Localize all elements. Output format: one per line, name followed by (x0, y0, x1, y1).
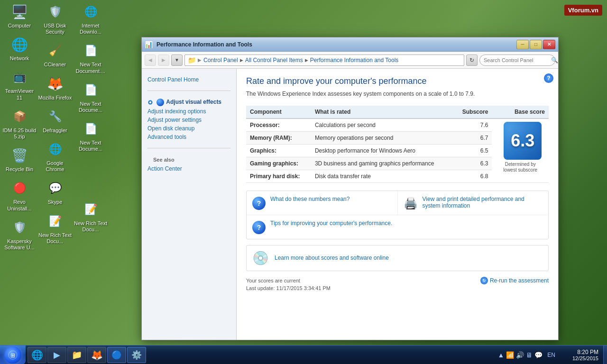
taskbar-control-panel[interactable]: ⚙️ (127, 347, 146, 363)
desktop-icon-mozilla[interactable]: 🦊 Mozilla Firefox (38, 74, 72, 101)
performance-table: Component What is rated Subscore Base sc… (246, 106, 549, 183)
component-gaming-graphics: Gaming graphics: (246, 157, 311, 170)
desktop-icon-new-text-2[interactable]: 📄 New Text Docume... (74, 81, 108, 113)
show-desktop-button[interactable] (603, 346, 607, 364)
tips-text: Tips for improving your computer's perfo… (270, 220, 543, 227)
rerun-assessment-link[interactable]: ↻ Re-run the assessment (480, 277, 549, 284)
sidebar-divider-2 (147, 148, 230, 148)
help-button[interactable]: ? (544, 73, 553, 83)
breadcrumb-performance[interactable]: Performance Information and Tools (310, 57, 399, 64)
tray-icons: ▲ 📶 🔊 🖥 💬 (497, 351, 543, 359)
cd-icon: 💿 (252, 250, 269, 266)
component-hard-disk: Primary hard disk: (246, 170, 311, 182)
desktop-icon-new-text-1[interactable]: 📄 New Text Document.... (74, 41, 108, 74)
sidebar-link-adjust-visual-effects[interactable]: Adjust visual effects (147, 98, 230, 107)
gaming-graphics-rating: 3D business and gaming graphics performa… (311, 157, 454, 170)
processor-rating: Calculations per second (311, 118, 454, 132)
desktop-icon-new-rich-1[interactable]: 📝 New Rich Text Docu... (74, 200, 108, 233)
desktop-icon-kaspersky[interactable]: 🛡️ Kaspersky Software U... (2, 218, 37, 251)
printer-icon: 🖨️ (404, 197, 418, 210)
taskbar-media-player[interactable]: ▶ (47, 347, 66, 363)
component-graphics: Graphics: (246, 144, 311, 157)
desktop-icon-network[interactable]: 🌐 Network (2, 35, 37, 62)
component-memory: Memory (RAM): (246, 131, 311, 144)
taskbar: ⊞ 🌐 ▶ 📁 🦊 🔵 ⚙️ ▲ 📶 🔊 🖥 💬 EN 8:20 PM 12/2… (0, 345, 607, 364)
desktop-icon-revo[interactable]: 🔴 Revo Uninstall... (2, 179, 37, 211)
view-print-link[interactable]: View and print detailed performance and … (423, 196, 543, 209)
sidebar-link-adjust-power[interactable]: Adjust power settings (147, 116, 230, 124)
clock-area[interactable]: 8:20 PM 12/25/2015 (563, 349, 598, 361)
search-box: 🔍 (479, 55, 555, 66)
taskbar-ie[interactable]: 🌐 (28, 347, 46, 363)
tray-volume-icon[interactable]: 🔊 (516, 351, 524, 359)
back-button[interactable]: ◀ (145, 55, 156, 66)
tips-link[interactable]: Tips for improving your computer's perfo… (270, 220, 543, 227)
sidebar-link-adjust-indexing[interactable]: Adjust indexing options (147, 107, 230, 116)
search-input[interactable] (484, 57, 549, 63)
taskbar-chrome[interactable]: 🔵 (107, 347, 126, 363)
desktop-icon-ccleaner[interactable]: 🧹 CCleaner (38, 41, 72, 68)
close-button[interactable]: ✕ (543, 40, 555, 49)
tray-display-icon[interactable]: 🖥 (526, 351, 533, 359)
status-text: Your scores are current Last update: 11/… (246, 277, 331, 292)
refresh-button[interactable]: ↻ (466, 55, 478, 66)
locale-indicator[interactable]: EN (545, 352, 557, 358)
dropdown-button[interactable]: ▼ (171, 55, 183, 66)
desktop-icon-recycle-bin[interactable]: 🗑️ Recycle Bin (2, 146, 37, 173)
tray-expand[interactable]: ▲ (497, 351, 504, 359)
question-icon-1: ? (252, 197, 266, 210)
taskbar-tray: ▲ 📶 🔊 🖥 💬 EN 8:20 PM 12/25/2015 (494, 346, 602, 364)
learn-more-link[interactable]: Learn more about scores and software onl… (275, 254, 389, 262)
main-content: ? Rate and improve your computer's perfo… (237, 69, 558, 340)
gaming-graphics-subscore: 6.3 (454, 157, 492, 170)
desktop-icon-internet-download[interactable]: 🌐 Internet Downlo... (74, 2, 108, 35)
taskbar-file-explorer[interactable]: 📁 (67, 347, 86, 363)
desktop-icon-teamviewer[interactable]: 📺 TeamViewer 11 (2, 68, 37, 100)
scores-current-text: Your scores are current (246, 277, 331, 285)
processor-subscore: 7.6 (454, 118, 492, 132)
taskbar-firefox[interactable]: 🦊 (87, 347, 106, 363)
search-icon[interactable]: 🔍 (551, 57, 558, 64)
memory-rating: Memory operations per second (311, 131, 454, 144)
start-button[interactable]: ⊞ (0, 346, 26, 364)
base-score-wrapper: 6.3 Determined bylowest subscore (496, 122, 545, 173)
col-base-score: Base score (492, 106, 549, 118)
last-update-text: Last update: 11/17/2015 3:34:41 PM (246, 284, 331, 292)
what-numbers-link[interactable]: What do these numbers mean? (270, 196, 392, 202)
address-path[interactable]: 📁 ▶ Control Panel ▶ All Control Panel It… (184, 55, 464, 66)
base-score-note: Determined bylowest subscore (503, 162, 537, 173)
desktop-icon-new-rich-2[interactable]: 📝 New Rich Text Docu... (38, 212, 72, 245)
desktop-icon-computer[interactable]: 🖥️ Computer (2, 2, 37, 29)
rerun-icon: ↻ (480, 277, 488, 284)
tray-message-icon[interactable]: 💬 (534, 351, 543, 359)
sidebar: Control Panel Home Adjust visual effects… (142, 69, 237, 340)
tips-for-improving: ? Tips for improving your computer's per… (247, 215, 548, 239)
desktop-icon-defraggler[interactable]: 🔧 Defraggler (38, 107, 72, 134)
learn-more-section: 💿 Learn more about scores and software o… (246, 245, 549, 271)
sidebar-divider-1 (147, 91, 230, 91)
forward-button[interactable]: ▶ (158, 55, 169, 66)
col-component: Component (246, 106, 311, 118)
what-numbers-text: What do these numbers mean? (270, 196, 392, 202)
sidebar-action-center[interactable]: Action Center (147, 164, 230, 173)
desktop-icon-google-chrome[interactable]: 🌐 Google Chrome (38, 140, 72, 173)
component-processor: Processor: (246, 118, 311, 132)
col-what-rated: What is rated (311, 106, 454, 118)
breadcrumb-all-items[interactable]: All Control Panel Items (245, 57, 303, 64)
minimize-button[interactable]: ─ (516, 40, 529, 49)
sidebar-link-open-disk-cleanup[interactable]: Open disk cleanup (147, 124, 230, 133)
sidebar-control-panel-home[interactable]: Control Panel Home (147, 75, 230, 84)
desktop-icon-new-text-3[interactable]: 📄 New Text Docume... (74, 119, 108, 152)
desktop-icon-skype[interactable]: 💬 Skype (38, 179, 72, 205)
graphics-subscore: 6.5 (454, 144, 492, 157)
tray-network-icon[interactable]: 📶 (506, 351, 514, 359)
desktop-icon-idm[interactable]: 📦 IDM 6.25 build 5.zip (2, 107, 37, 140)
maximize-button[interactable]: □ (530, 40, 542, 49)
see-also-label: See also (147, 155, 230, 164)
info-links-section: ? What do these numbers mean? 🖨️ View an… (246, 191, 549, 239)
clock-time: 8:20 PM (577, 349, 598, 355)
desktop-icon-usb-disk[interactable]: 🛡️ USB Disk Security (38, 2, 72, 35)
window-controls: ─ □ ✕ (516, 40, 555, 49)
breadcrumb-control-panel[interactable]: Control Panel (203, 57, 238, 64)
sidebar-link-advanced-tools[interactable]: Advanced tools (147, 133, 230, 141)
